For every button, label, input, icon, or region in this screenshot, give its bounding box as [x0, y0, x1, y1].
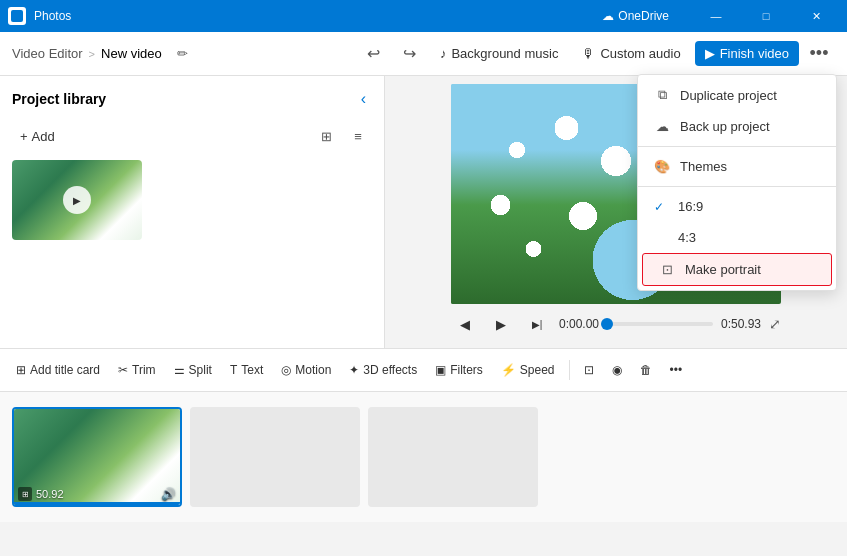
timeline-clip-active[interactable]: ⊞ 50.92 🔊 — [12, 407, 182, 507]
timeline-empty-slot-1[interactable] — [190, 407, 360, 507]
make-portrait-item[interactable]: ⊡ Make portrait — [642, 253, 832, 286]
minimize-button[interactable]: — — [693, 0, 739, 32]
redo-button[interactable]: ↪ — [394, 38, 426, 70]
speed-label: Speed — [520, 363, 555, 377]
stabilize-icon: ◉ — [612, 363, 622, 377]
ratio-16-9-item[interactable]: ✓ 16:9 — [638, 191, 836, 222]
backup-project-item[interactable]: ☁ Back up project — [638, 111, 836, 142]
finish-icon: ▶ — [705, 46, 715, 61]
speed-button[interactable]: ⚡ Speed — [493, 358, 563, 382]
edit-title-icon[interactable]: ✏ — [174, 43, 191, 64]
add-media-button[interactable]: + Add — [12, 125, 63, 148]
cloud-section: ☁ OneDrive — [602, 9, 669, 23]
finish-video-button[interactable]: ▶ Finish video — [695, 41, 799, 66]
effects-icon: ✦ — [349, 363, 359, 377]
sidebar-header: Project library ‹ — [12, 88, 372, 110]
3d-effects-button[interactable]: ✦ 3D effects — [341, 358, 425, 382]
view-toggle: ⊞ ≡ — [312, 122, 372, 150]
trim-icon: ✂ — [118, 363, 128, 377]
menu-divider-1 — [638, 146, 836, 147]
media-grid: ▶ — [12, 160, 372, 240]
motion-label: Motion — [295, 363, 331, 377]
undo-button[interactable]: ↩ — [358, 38, 390, 70]
playback-controls: ◀ ▶ ▶| 0:00.00 0:50.93 ⤢ — [451, 310, 781, 338]
timeline-empty-slot-2[interactable] — [368, 407, 538, 507]
next-frame-button[interactable]: ▶| — [523, 310, 551, 338]
breadcrumb-separator: > — [89, 48, 95, 60]
sidebar-title: Project library — [12, 91, 106, 107]
themes-label: Themes — [680, 159, 727, 174]
add-title-icon: ⊞ — [16, 363, 26, 377]
collapse-sidebar-button[interactable]: ‹ — [355, 88, 372, 110]
clip-info: ⊞ 50.92 — [18, 487, 64, 501]
motion-icon: ◎ — [281, 363, 291, 377]
fullscreen-button[interactable]: ⤢ — [769, 316, 781, 332]
crop-icon: ⊡ — [584, 363, 594, 377]
duplicate-project-item[interactable]: ⧉ Duplicate project — [638, 79, 836, 111]
title-bar-right: ☁ OneDrive — □ ✕ — [602, 0, 839, 32]
duplicate-label: Duplicate project — [680, 88, 777, 103]
text-label: Text — [241, 363, 263, 377]
crop-button[interactable]: ⊡ — [576, 358, 602, 382]
media-thumbnail[interactable]: ▶ — [12, 160, 142, 240]
text-button[interactable]: T Text — [222, 358, 271, 382]
themes-item[interactable]: 🎨 Themes — [638, 151, 836, 182]
backup-icon: ☁ — [654, 119, 670, 134]
trim-button[interactable]: ✂ Trim — [110, 358, 164, 382]
total-duration: 0:50.93 — [721, 317, 761, 331]
toolbar-more-button[interactable]: ••• — [803, 38, 835, 70]
ratio-4-3-item[interactable]: 4:3 — [638, 222, 836, 253]
add-title-label: Add title card — [30, 363, 100, 377]
add-icon: + — [20, 129, 28, 144]
progress-bar[interactable] — [607, 322, 713, 326]
cloud-icon: ☁ — [602, 9, 614, 23]
split-label: Split — [189, 363, 212, 377]
portrait-icon: ⊡ — [659, 262, 675, 277]
more-icon: ••• — [670, 363, 683, 377]
themes-icon: 🎨 — [654, 159, 670, 174]
add-title-card-button[interactable]: ⊞ Add title card — [8, 358, 108, 382]
music-icon: ♪ — [440, 46, 447, 61]
main-toolbar: Video Editor > New video ✏ ↩ ↪ ♪ Backgro… — [0, 32, 847, 76]
title-bar: Photos ☁ OneDrive — □ ✕ — [0, 0, 847, 32]
list-view-button[interactable]: ≡ — [344, 122, 372, 150]
make-portrait-label: Make portrait — [685, 262, 761, 277]
cloud-label: OneDrive — [618, 9, 669, 23]
background-music-button[interactable]: ♪ Background music — [430, 41, 568, 66]
stabilize-button[interactable]: ◉ — [604, 358, 630, 382]
delete-icon: 🗑 — [640, 363, 652, 377]
custom-audio-label: Custom audio — [600, 46, 680, 61]
edit-toolbar: ⊞ Add title card ✂ Trim ⚌ Split T Text ◎… — [0, 348, 847, 392]
audio-icon: 🎙 — [582, 46, 595, 61]
grid-view-button[interactable]: ⊞ — [312, 122, 340, 150]
project-library-sidebar: Project library ‹ + Add ⊞ ≡ ▶ — [0, 76, 385, 348]
clip-audio-icon: 🔊 — [161, 487, 176, 501]
prev-frame-button[interactable]: ◀ — [451, 310, 479, 338]
app-icon — [8, 7, 26, 25]
maximize-button[interactable]: □ — [743, 0, 789, 32]
clip-duration: 50.92 — [36, 488, 64, 500]
filters-button[interactable]: ▣ Filters — [427, 358, 491, 382]
breadcrumb-current: New video — [101, 46, 162, 61]
split-icon: ⚌ — [174, 363, 185, 377]
current-time: 0:00.00 — [559, 317, 599, 331]
ratio-4-3-label: 4:3 — [678, 230, 696, 245]
menu-divider-2 — [638, 186, 836, 187]
toolbar-separator — [569, 360, 570, 380]
text-icon: T — [230, 363, 237, 377]
delete-button[interactable]: 🗑 — [632, 358, 660, 382]
progress-handle[interactable] — [601, 318, 613, 330]
play-button[interactable]: ▶ — [487, 310, 515, 338]
motion-button[interactable]: ◎ Motion — [273, 358, 339, 382]
close-button[interactable]: ✕ — [793, 0, 839, 32]
background-music-label: Background music — [451, 46, 558, 61]
split-button[interactable]: ⚌ Split — [166, 358, 220, 382]
title-bar-left: Photos — [8, 7, 71, 25]
more-tools-button[interactable]: ••• — [662, 358, 691, 382]
app-title: Photos — [34, 9, 71, 23]
filters-icon: ▣ — [435, 363, 446, 377]
breadcrumb-parent[interactable]: Video Editor — [12, 46, 83, 61]
custom-audio-button[interactable]: 🎙 Custom audio — [572, 41, 690, 66]
clip-progress-bar — [14, 502, 180, 505]
duplicate-icon: ⧉ — [654, 87, 670, 103]
